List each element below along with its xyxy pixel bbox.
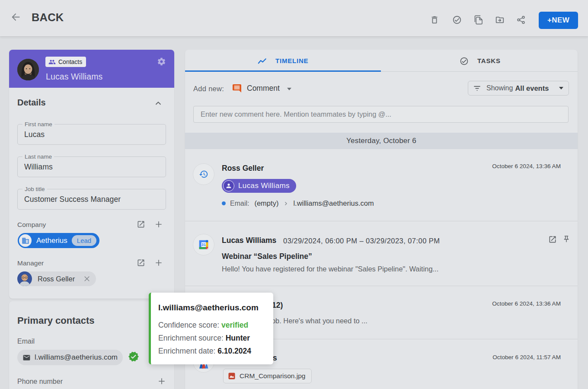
svg-text:31: 31 [201, 242, 206, 247]
